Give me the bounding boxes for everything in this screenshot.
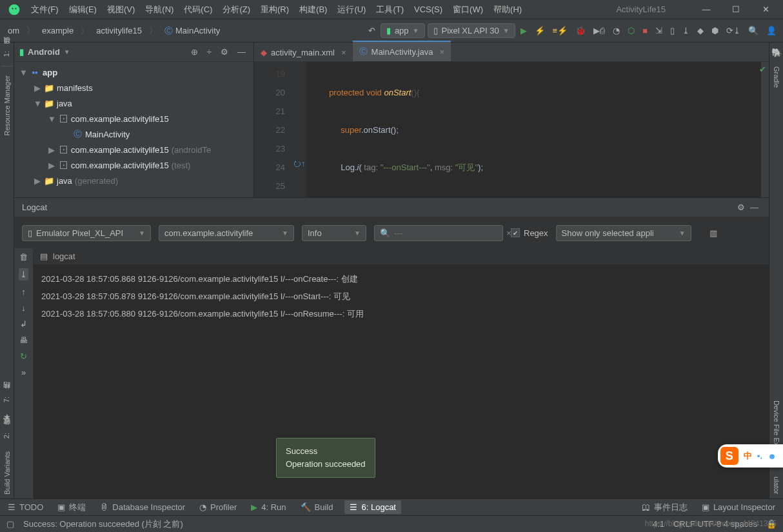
breadcrumb-item[interactable]: Ⓒ MainActivity: [161, 24, 224, 38]
menu-window[interactable]: 窗口(W): [448, 4, 488, 15]
menu-code[interactable]: 代码(C): [179, 4, 217, 15]
menu-edit[interactable]: 编辑(E): [64, 4, 102, 15]
tree-node-package-androidtest[interactable]: ▶🞔com.example.activitylife15 (androidTe: [14, 142, 253, 157]
print-icon[interactable]: 🖶: [19, 335, 28, 345]
logcat-device-combo[interactable]: ▯Emulator Pixel_XL_API▼: [22, 225, 151, 241]
profiler-tool-button[interactable]: ◔Profiler: [197, 502, 239, 512]
close-button[interactable]: ✕: [751, 0, 780, 19]
run-tool-button[interactable]: ▶4: Run: [248, 502, 288, 512]
user-icon[interactable]: 👤: [764, 23, 779, 38]
logcat-filter-combo[interactable]: Show only selected appli▼: [556, 225, 691, 241]
override-gutter-icon[interactable]: ⭮↑: [293, 159, 306, 168]
assistant-button[interactable]: ⬢: [709, 23, 721, 38]
breadcrumb-item[interactable]: activitylife15: [92, 25, 146, 37]
close-icon[interactable]: ×: [439, 47, 444, 57]
logcat-layout-button[interactable]: ▥: [707, 226, 720, 241]
logcat-settings-button[interactable]: ⚙: [735, 200, 748, 215]
todo-tool-button[interactable]: ☰TODO: [5, 502, 46, 512]
logcat-regex-checkbox[interactable]: ✔Regex: [511, 228, 548, 238]
menu-tools[interactable]: 工具(T): [371, 4, 409, 15]
terminal-tool-button[interactable]: ▣终端: [55, 502, 88, 513]
tree-node-package[interactable]: ▼🞔com.example.activitylife15: [14, 111, 253, 126]
database-icon: 🛢: [100, 502, 108, 512]
maximize-button[interactable]: ☐: [721, 0, 751, 19]
menu-analyze[interactable]: 分析(Z): [217, 4, 255, 15]
collapse-all-button[interactable]: ÷: [204, 44, 214, 59]
logcat-tool-button[interactable]: ☰6: Logcat: [344, 500, 401, 514]
gradle-sync-button[interactable]: ⟳⤓: [724, 23, 743, 38]
expand-icon[interactable]: »: [21, 368, 26, 377]
svg-point-1: [12, 8, 13, 9]
tree-node-package-test[interactable]: ▶🞔com.example.activitylife15 (test): [14, 157, 253, 173]
ime-overlay[interactable]: S 中 •، ☻: [718, 444, 783, 468]
structure-tool-button[interactable]: 7: 结构: [2, 391, 12, 406]
menu-run[interactable]: 运行(U): [332, 4, 371, 15]
menu-view[interactable]: 视图(V): [102, 4, 140, 15]
select-opened-file-button[interactable]: ⊕: [188, 44, 201, 59]
search-button[interactable]: 🔍: [746, 23, 761, 38]
coverage-button[interactable]: ▶⎙: [591, 23, 608, 38]
device-combo[interactable]: ▯ Pixel XL API 30▼: [428, 23, 515, 38]
logcat-tab[interactable]: logcat: [53, 251, 75, 261]
attach-debugger-button[interactable]: ⬡: [625, 23, 637, 38]
tree-node-app[interactable]: ▼▪▪app: [14, 64, 253, 80]
sync-button[interactable]: ⇲: [653, 23, 665, 38]
menu-help[interactable]: 帮助(H): [488, 4, 527, 15]
restart-icon[interactable]: ↻: [20, 351, 27, 361]
avd-button[interactable]: ▯: [668, 23, 677, 38]
layout-inspector-button[interactable]: ▣Layout Inspector: [699, 502, 778, 512]
panel-settings-button[interactable]: ⚙: [218, 44, 231, 59]
logcat-search-input[interactable]: 🔍×: [374, 225, 503, 241]
menu-build[interactable]: 构建(B): [294, 4, 332, 15]
editor-body[interactable]: 1920212223242526 ⭮↑ protected void onSta…: [254, 62, 769, 197]
breadcrumb-item[interactable]: om: [4, 25, 23, 37]
scroll-end-icon[interactable]: ⤓: [19, 268, 28, 281]
menu-file[interactable]: 文件(F): [26, 4, 64, 15]
back-button[interactable]: ↶: [366, 23, 378, 38]
menu-refactor[interactable]: 重构(R): [255, 4, 294, 15]
logcat-hide-button[interactable]: —: [748, 200, 761, 215]
apply-changes-button[interactable]: ⚡: [532, 23, 548, 38]
close-icon[interactable]: ×: [341, 48, 346, 57]
sdk-button[interactable]: ⤓: [680, 23, 692, 38]
profile-button[interactable]: ◔: [610, 23, 622, 38]
database-inspector-button[interactable]: 🛢Database Inspector: [97, 502, 188, 512]
apply-code-button[interactable]: ≡⚡: [550, 23, 571, 38]
down-icon[interactable]: ↓: [21, 303, 26, 313]
folder-icon: 📁: [44, 98, 54, 108]
build-tool-button[interactable]: 🔨Build: [298, 502, 336, 512]
tree-node-main-activity[interactable]: ⒸMainActivity: [14, 126, 253, 142]
emulator-tool-button[interactable]: ulator: [773, 473, 780, 498]
tree-node-manifests[interactable]: ▶📁manifests: [14, 80, 253, 95]
breadcrumb-item[interactable]: example: [38, 25, 77, 37]
hide-panel-button[interactable]: —: [235, 44, 248, 59]
editor-tab-java[interactable]: ⒸMainActivity.java×: [353, 41, 451, 61]
run-button[interactable]: ▶: [518, 23, 530, 38]
debug-button[interactable]: 🐞: [573, 23, 588, 38]
resource-manager-tool-button[interactable]: Resource Manager: [3, 72, 11, 140]
logcat-output[interactable]: 2021-03-28 18:57:05.868 9126-9126/com.ex…: [34, 265, 769, 498]
editor-tab-layout[interactable]: ◆activity_main.xml×: [254, 43, 353, 61]
tree-node-java[interactable]: ▼📁java: [14, 95, 253, 111]
wrap-icon[interactable]: ↲: [20, 319, 27, 329]
trash-icon[interactable]: 🗑: [19, 252, 28, 262]
favorites-tool-button[interactable]: 2: 收藏: [2, 427, 12, 442]
gradle-tool-button[interactable]: Gradle: [773, 63, 780, 92]
list-icon: ☰: [8, 502, 15, 512]
status-indicator-icon[interactable]: ▢: [6, 519, 14, 529]
logcat-process-combo[interactable]: com.example.activitylife▼: [159, 225, 294, 241]
minimize-button[interactable]: —: [691, 0, 721, 19]
tree-node-generated[interactable]: ▶📁java (generated): [14, 173, 253, 188]
menu-navigate[interactable]: 导航(N): [140, 4, 179, 15]
build-variants-tool-button[interactable]: Build Variants: [3, 448, 11, 498]
logcat-level-combo[interactable]: Info▼: [302, 225, 366, 241]
resource-button[interactable]: ◆: [695, 23, 706, 38]
title-bar: 文件(F) 编辑(E) 视图(V) 导航(N) 代码(C) 分析(Z) 重构(R…: [0, 0, 783, 19]
menu-vcs[interactable]: VCS(S): [409, 5, 448, 14]
run-config-combo[interactable]: ▮ app▼: [381, 23, 425, 38]
event-log-button[interactable]: 🕮事件日志: [639, 502, 690, 513]
up-icon[interactable]: ↑: [21, 287, 26, 297]
project-tool-button[interactable]: 1: 项目: [2, 45, 12, 61]
terminal-icon: ▣: [57, 502, 65, 512]
stop-button[interactable]: ■: [640, 23, 650, 38]
